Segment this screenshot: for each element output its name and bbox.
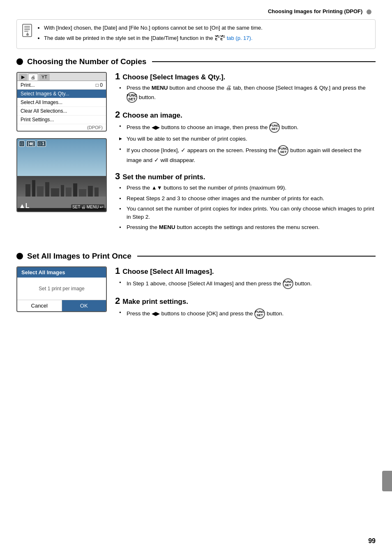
section2-step2: 2 Make print settings. Press the ◀▶ butt…	[115, 296, 376, 319]
menu-screenshot: ▶ 🖨 YT Print... □ 0 Select Images & Qty.…	[16, 72, 107, 132]
section2-left: Select All Images Set 1 print per image …	[16, 266, 107, 326]
section2-step2-title: 2 Make print settings.	[115, 296, 376, 306]
step1-body: Press the MENU button and choose the 🖨 t…	[115, 84, 376, 103]
dialog-ok-button[interactable]: OK	[62, 300, 106, 311]
select-all-dialog: Select All Images Set 1 print per image …	[16, 266, 107, 312]
step3-bullet-3: You cannot set the number of print copie…	[119, 205, 376, 222]
camera-overlay-top: □ |⊕| □ 1	[19, 141, 46, 147]
section1-line	[152, 61, 376, 62]
section2-right: 1 Choose [Select All Images]. In Step 1 …	[115, 266, 376, 326]
section1-right: 1 Choose [Select Images & Qty.]. Press t…	[115, 72, 376, 239]
dialog-title: Select All Images	[17, 267, 106, 278]
dialog-cancel-button[interactable]: Cancel	[17, 300, 62, 311]
section2-title: Set All Images to Print Once	[27, 252, 131, 261]
svg-rect-6	[27, 32, 28, 34]
camera-city	[17, 176, 106, 197]
section1-heading: Choosing the Number of Copies	[16, 57, 376, 66]
dialog-buttons: Cancel OK	[17, 300, 106, 311]
section2-step1: 1 Choose [Select All Images]. In Step 1 …	[115, 266, 376, 289]
menu-tabs: ▶ 🖨 YT	[17, 73, 106, 81]
section2-dot	[16, 253, 23, 259]
page: Choosing Images for Printing (DPOF) With…	[0, 0, 392, 553]
menu-tab-print: 🖨	[28, 74, 38, 81]
section2-step1-bullet: In Step 1 above, choose [Select All Imag…	[119, 278, 376, 289]
page-header: Choosing Images for Printing (DPOF)	[16, 8, 376, 14]
svg-rect-1	[24, 26, 30, 27]
section2-line	[137, 256, 376, 257]
section2-heading: Set All Images to Print Once	[16, 252, 376, 261]
step2: 2 Choose an image. Press the ◀▶ buttons …	[115, 110, 376, 165]
step1-bullet-1: Press the MENU button and choose the 🖨 t…	[119, 84, 376, 103]
camera-overlay-bottom-right: SET 🖨 MENU ↩	[71, 204, 104, 210]
section1-content: ▶ 🖨 YT Print... □ 0 Select Images & Qty.…	[16, 72, 376, 239]
page-number: 99	[368, 537, 376, 545]
menu-row-select-qty[interactable]: Select Images & Qty...	[17, 90, 106, 98]
section2-step2-bullet: Press the ◀▶ buttons to choose [OK] and …	[119, 308, 376, 319]
svg-rect-4	[24, 31, 28, 32]
note-link[interactable]: tab (p. 17).	[227, 35, 253, 41]
dialog-body: Set 1 print per image	[17, 278, 106, 300]
camera-screen: □ |⊕| □ 1 ▲L SET 🖨 MENU ↩	[16, 138, 107, 212]
section1-dot	[16, 58, 23, 65]
camera-overlay-bottom-left: ▲L	[19, 202, 30, 210]
note-item-1: With [Index] chosen, the [Date] and [Fil…	[44, 24, 369, 32]
step2-body: Press the ◀▶ buttons to choose an image,…	[115, 122, 376, 165]
step3-body: Press the ▲▼ buttons to set the number o…	[115, 184, 376, 231]
step3-bullet-1: Press the ▲▼ buttons to set the number o…	[119, 184, 376, 192]
menu-footer: (DPOF)	[17, 124, 106, 131]
section2-step1-body: In Step 1 above, choose [Select All Imag…	[115, 278, 376, 289]
header-dot	[367, 9, 371, 14]
step2-title: 2 Choose an image.	[115, 110, 376, 120]
header-title: Choosing Images for Printing (DPOF)	[268, 8, 362, 14]
step2-bullet-3: If you choose [Index], ✓ appears on the …	[119, 145, 376, 164]
step3: 3 Set the number of prints. Press the ▲▼…	[115, 172, 376, 231]
note-icon	[22, 24, 33, 38]
step3-bullet-4: Pressing the MENU button accepts the set…	[119, 223, 376, 231]
step2-bullet-1: Press the ◀▶ buttons to choose an image,…	[119, 122, 376, 133]
menu-row-select-all: Select All Images...	[17, 98, 106, 107]
svg-rect-3	[24, 29, 30, 30]
step3-title: 3 Set the number of prints.	[115, 172, 376, 181]
page-tab	[382, 471, 392, 491]
menu-row-clear: Clear All Selections...	[17, 107, 106, 116]
menu-tab-play: ▶	[19, 74, 27, 81]
step2-bullet-2: You will be able to set the number of pr…	[119, 135, 376, 143]
note-box: With [Index] chosen, the [Date] and [Fil…	[16, 19, 376, 49]
section1-title: Choosing the Number of Copies	[27, 57, 146, 66]
menu-row-print: Print... □ 0	[17, 81, 106, 90]
menu-tab-wrench: YT	[39, 74, 50, 81]
section1-left: ▶ 🖨 YT Print... □ 0 Select Images & Qty.…	[16, 72, 107, 239]
menu-row-print-settings: Print Settings...	[17, 116, 106, 124]
step1: 1 Choose [Select Images & Qty.]. Press t…	[115, 72, 376, 103]
step3-bullet-2: Repeat Steps 2 and 3 to choose other ima…	[119, 194, 376, 203]
dialog-body-text: Set 1 print per image	[39, 286, 84, 292]
svg-rect-2	[24, 28, 30, 28]
note-item-2: The date will be printed in the style se…	[44, 34, 369, 43]
section2-step2-body: Press the ◀▶ buttons to choose [OK] and …	[115, 308, 376, 319]
section2-step1-title: 1 Choose [Select All Images].	[115, 266, 376, 276]
step1-title: 1 Choose [Select Images & Qty.].	[115, 72, 376, 81]
camera-screen-container: □ |⊕| □ 1 ▲L SET 🖨 MENU ↩	[16, 138, 107, 212]
note-list: With [Index] chosen, the [Date] and [Fil…	[37, 24, 369, 43]
section2-content: Select All Images Set 1 print per image …	[16, 266, 376, 326]
